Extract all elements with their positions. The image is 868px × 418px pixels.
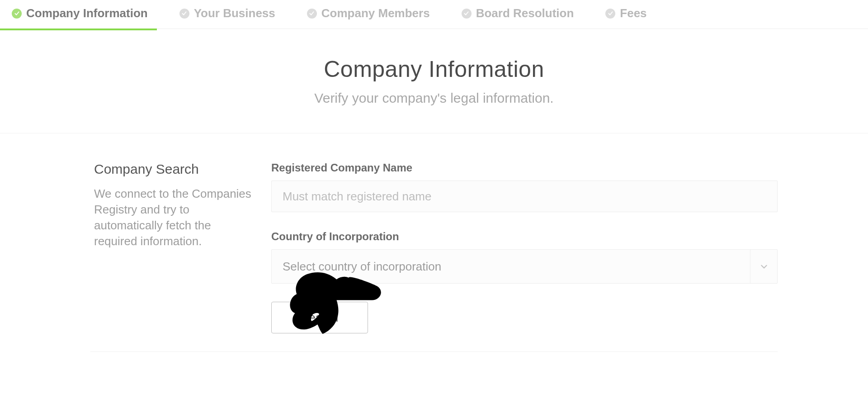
check-icon: [605, 9, 615, 19]
content-section: Company Search We connect to the Compani…: [90, 133, 778, 352]
page-subtitle: Verify your company's legal information.: [9, 90, 859, 106]
check-icon: [307, 9, 317, 19]
stepper: Company Information Your Business Compan…: [0, 0, 868, 29]
page-title: Company Information: [9, 56, 859, 82]
check-icon: [12, 9, 22, 19]
step-fees[interactable]: Fees: [605, 6, 646, 20]
company-name-input[interactable]: [271, 180, 778, 212]
page-header: Company Information Verify your company'…: [0, 29, 868, 133]
form-area: Registered Company Name Country of Incor…: [271, 162, 778, 333]
side-title: Company Search: [94, 162, 253, 177]
side-description: We connect to the Companies Registry and…: [94, 186, 253, 249]
field-country: Country of Incorporation Select country …: [271, 230, 778, 284]
step-company-information[interactable]: Company Information: [12, 6, 148, 20]
country-placeholder: Select country of incorporation: [283, 260, 441, 274]
step-label: Fees: [620, 6, 646, 20]
step-your-business[interactable]: Your Business: [179, 6, 275, 20]
company-name-label: Registered Company Name: [271, 162, 778, 174]
side-info: Company Search We connect to the Compani…: [90, 162, 271, 333]
field-company-name: Registered Company Name: [271, 162, 778, 212]
step-label: Company Information: [26, 6, 148, 20]
step-label: Board Resolution: [476, 6, 574, 20]
check-icon: [179, 9, 189, 19]
check-icon: [462, 9, 472, 19]
search-button[interactable]: Search: [271, 302, 368, 333]
step-company-members[interactable]: Company Members: [307, 6, 430, 20]
country-select[interactable]: Select country of incorporation: [271, 249, 778, 284]
country-label: Country of Incorporation: [271, 230, 778, 243]
step-board-resolution[interactable]: Board Resolution: [462, 6, 574, 20]
step-label: Company Members: [321, 6, 430, 20]
chevron-down-icon: [750, 250, 777, 283]
step-label: Your Business: [194, 6, 275, 20]
